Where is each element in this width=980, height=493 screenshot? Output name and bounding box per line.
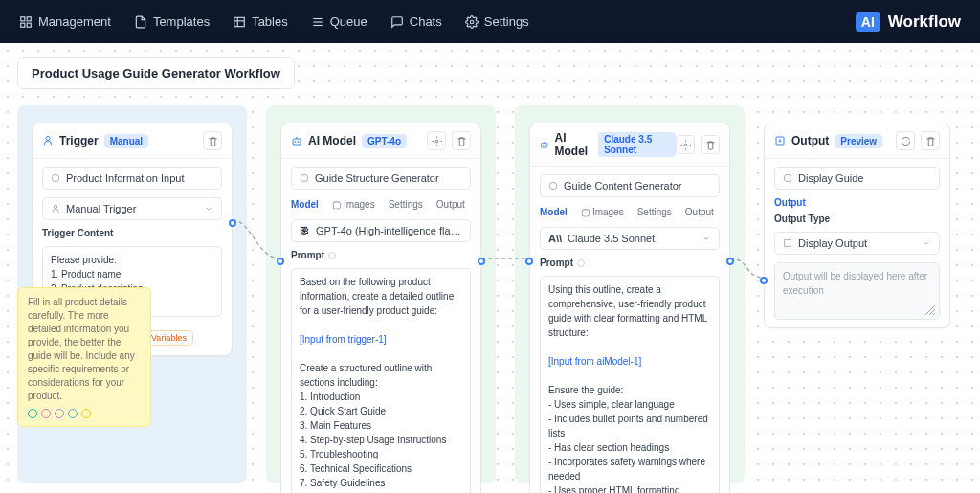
svg-point-11 <box>46 137 50 141</box>
tab-model[interactable]: Model <box>291 199 319 210</box>
model-tag: Claude 3.5 Sonnet <box>598 132 676 157</box>
robot-icon <box>291 135 302 146</box>
svg-point-16 <box>298 142 299 143</box>
svg-rect-0 <box>21 16 25 20</box>
nav-settings[interactable]: Settings <box>465 14 529 29</box>
resize-handle-icon[interactable] <box>925 305 935 315</box>
prompt-label: Prompt <box>540 258 720 268</box>
brand-badge: AI <box>856 12 880 32</box>
content-label: Trigger Content <box>42 228 222 238</box>
card-header: Trigger Manual <box>33 123 232 159</box>
svg-point-15 <box>295 142 296 143</box>
sticky-note[interactable]: Fill in all product details carefully. T… <box>17 287 151 427</box>
card-tabs: Model ▢ Images Settings Output <box>540 205 720 219</box>
svg-point-17 <box>435 140 438 143</box>
output-icon <box>774 135 786 146</box>
output-section-label: Output <box>765 197 949 208</box>
node-name-input[interactable]: Product Information Input <box>42 167 222 190</box>
card-title-text: AI Model <box>555 131 593 158</box>
canvas[interactable]: Trigger Manual Product Information Input… <box>17 105 963 483</box>
note-color-picker[interactable] <box>28 409 141 418</box>
output-card[interactable]: Output Preview Display Guide Output Outp… <box>764 123 950 328</box>
svg-point-13 <box>54 205 56 208</box>
tab-output[interactable]: Output <box>685 207 714 217</box>
brand-text: Workflow <box>888 12 961 32</box>
svg-rect-1 <box>27 16 31 20</box>
output-port[interactable] <box>478 258 485 265</box>
model-select[interactable]: A\\Claude 3.5 Sonnet <box>540 227 720 250</box>
chevron-down-icon <box>922 238 931 248</box>
brand: AI Workflow <box>856 12 961 32</box>
ai-model-2-card[interactable]: AI Model Claude 3.5 Sonnet Guide Content… <box>529 123 730 493</box>
svg-point-23 <box>549 182 557 190</box>
card-tabs: Model ▢ Images Settings Output <box>291 197 471 212</box>
node-name-input[interactable]: Guide Structure Generator <box>291 167 471 190</box>
delete-button[interactable] <box>701 135 720 154</box>
tab-output[interactable]: Output <box>436 199 465 210</box>
prompt-textarea[interactable]: Using this outline, create a comprehensi… <box>540 276 720 493</box>
prompt-label: Prompt <box>291 250 471 260</box>
svg-rect-3 <box>27 23 31 27</box>
svg-rect-14 <box>293 139 301 145</box>
settings-button[interactable] <box>676 135 695 154</box>
card-title-text: AI Model <box>308 134 356 147</box>
node-name-input[interactable]: Display Guide <box>774 167 940 190</box>
trigger-tag: Manual <box>104 134 148 148</box>
nav-chats[interactable]: Chats <box>390 14 442 29</box>
prompt-textarea[interactable]: Based on the following product informati… <box>291 268 471 493</box>
tab-settings[interactable]: Settings <box>637 207 672 217</box>
note-text: Fill in all product details carefully. T… <box>28 296 141 403</box>
tab-settings[interactable]: Settings <box>389 199 423 210</box>
svg-point-25 <box>784 174 791 182</box>
tab-images[interactable]: ▢ Images <box>581 207 624 217</box>
input-port[interactable] <box>525 258 533 265</box>
svg-point-21 <box>546 145 546 146</box>
model-select[interactable]: ֎GPT-4o (High-intelligence flagship mode… <box>291 219 471 242</box>
delete-button[interactable] <box>921 131 940 150</box>
svg-point-22 <box>684 144 687 146</box>
svg-rect-26 <box>785 240 791 247</box>
output-port[interactable] <box>726 258 734 265</box>
svg-rect-2 <box>21 23 25 27</box>
nav-tables[interactable]: Tables <box>233 14 288 29</box>
svg-rect-4 <box>234 17 245 26</box>
chevron-down-icon <box>702 234 711 243</box>
trigger-type-select[interactable]: Manual Trigger <box>42 197 222 220</box>
card-title-text: Output <box>791 134 829 147</box>
chevron-down-icon <box>204 204 213 213</box>
workflow-title[interactable]: Product Usage Guide Generator Workflow <box>17 57 295 89</box>
refresh-button[interactable] <box>896 131 915 150</box>
delete-button[interactable] <box>203 131 222 150</box>
output-type-label: Output Type <box>774 213 940 224</box>
top-nav: Management Templates Tables Queue Chats … <box>0 0 980 43</box>
nav-templates[interactable]: Templates <box>134 14 210 29</box>
model-tag: GPT-4o <box>362 134 407 148</box>
output-type-select[interactable]: Display Output <box>774 232 940 255</box>
tab-model[interactable]: Model <box>540 207 568 217</box>
settings-button[interactable] <box>427 131 446 150</box>
input-port[interactable] <box>277 258 284 265</box>
nav-left: Management Templates Tables Queue Chats … <box>19 14 529 29</box>
svg-point-18 <box>301 174 308 182</box>
nav-queue[interactable]: Queue <box>311 14 368 29</box>
card-title-text: Trigger <box>59 134 99 147</box>
node-name-input[interactable]: Guide Content Generator <box>540 174 720 197</box>
output-preview: Output will be displayed here after exec… <box>774 262 940 320</box>
delete-button[interactable] <box>452 131 471 150</box>
robot-icon <box>540 139 549 150</box>
output-port[interactable] <box>229 219 236 227</box>
user-icon <box>42 135 54 146</box>
preview-tag: Preview <box>835 134 882 148</box>
nav-management[interactable]: Management <box>19 14 111 29</box>
svg-rect-19 <box>542 143 547 147</box>
ai-model-1-card[interactable]: AI Model GPT-4o Guide Structure Generato… <box>280 123 481 493</box>
svg-point-12 <box>52 174 59 182</box>
input-port[interactable] <box>760 277 768 284</box>
svg-point-20 <box>543 145 544 146</box>
tab-images[interactable]: ▢ Images <box>332 199 375 210</box>
svg-point-10 <box>470 20 474 24</box>
